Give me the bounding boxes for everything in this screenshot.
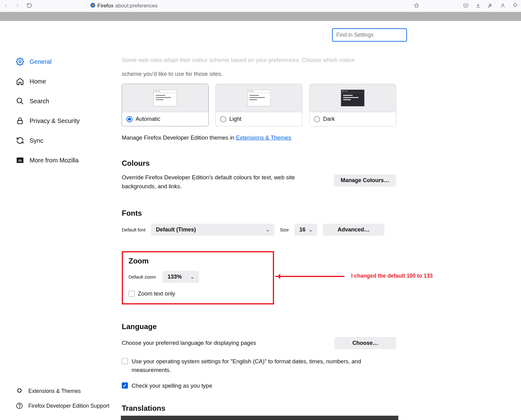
spellcheck-checkbox[interactable]	[122, 382, 128, 389]
scheme-light[interactable]: Light	[215, 84, 302, 126]
sidebar-item-label: Search	[30, 98, 49, 105]
sidebar-item-label: Extensions & Themes	[28, 388, 81, 394]
sidebar-item-label: Home	[30, 78, 46, 85]
search-icon	[16, 97, 24, 105]
sidebar-item-extensions[interactable]: Extensions & Themes	[0, 384, 122, 398]
scheme-label-text: Dark	[323, 116, 335, 122]
default-zoom-label: Default zoom	[129, 274, 156, 279]
chevron-down-icon	[266, 228, 269, 231]
section-translations: Translations	[122, 404, 396, 413]
toolbar-strip	[0, 12, 521, 21]
sidebar-item-label: Privacy & Security	[30, 117, 80, 124]
browser-chrome: Firefox about:preferences	[0, 0, 521, 12]
sidebar-item-home[interactable]: Home	[0, 71, 122, 91]
default-font-select[interactable]: Default (Times)	[151, 224, 274, 236]
star-icon[interactable]	[414, 3, 419, 9]
url-text: about:preferences	[115, 3, 158, 9]
appearance-desc-cut: Some web sites adapt their colour scheme…	[122, 56, 396, 65]
tools-icon[interactable]	[488, 3, 493, 9]
radio-icon	[314, 116, 320, 122]
sidebar-item-support[interactable]: Firefox Developer Edition Support	[0, 398, 122, 413]
section-fonts: Fonts	[122, 209, 396, 218]
search-placeholder: Find in Settings	[336, 32, 374, 38]
language-desc: Choose your preferred language for displ…	[122, 340, 256, 346]
address-bar[interactable]: Firefox about:preferences	[90, 2, 158, 10]
chevron-down-icon	[190, 275, 194, 279]
back-icon[interactable]	[3, 3, 9, 9]
radio-icon	[126, 116, 133, 122]
sync-icon	[16, 137, 24, 145]
annotation-arrow	[275, 276, 344, 277]
svg-point-2	[502, 4, 504, 6]
home-icon	[16, 77, 24, 85]
scheme-preview	[216, 84, 302, 112]
sidebar-item-general[interactable]: General	[0, 52, 122, 71]
annotation-text: I changed the default 100 to 133	[351, 273, 433, 279]
sidebar-item-privacy[interactable]: Privacy & Security	[0, 111, 122, 131]
sidebar-item-label: Sync	[30, 137, 43, 144]
radio-icon	[220, 116, 226, 122]
pocket-icon[interactable]	[463, 3, 469, 9]
themes-link[interactable]: Extensions & Themes	[236, 134, 291, 141]
svg-point-4	[17, 98, 22, 103]
scheme-label-text: Light	[229, 116, 241, 122]
extensions-icon[interactable]	[512, 3, 518, 9]
svg-rect-5	[18, 120, 22, 124]
scheme-preview	[310, 84, 396, 112]
sidebar-item-label: General	[30, 58, 51, 65]
appearance-desc: scheme you'd like to use for those sites…	[122, 70, 396, 79]
os-settings-label: Use your operating system settings for "…	[132, 357, 396, 375]
downloads-icon[interactable]	[475, 3, 481, 9]
manage-colours-button[interactable]: Manage Colours…	[334, 174, 396, 186]
section-colours: Colours	[122, 159, 396, 168]
mozilla-icon: m	[16, 156, 24, 164]
reload-icon[interactable]	[27, 3, 32, 9]
sidebar-item-sync[interactable]: Sync	[0, 131, 122, 150]
language-choose-button[interactable]: Choose…	[334, 337, 396, 349]
chevron-down-icon	[309, 228, 312, 231]
scheme-label-text: Automatic	[136, 116, 160, 122]
section-language: Language	[122, 322, 396, 331]
scheme-dark[interactable]: Dark	[309, 84, 396, 126]
spellcheck-label: Check your spelling as you type	[132, 381, 212, 390]
zoom-text-only-checkbox[interactable]	[129, 291, 135, 297]
font-size-select[interactable]: 16	[294, 224, 317, 236]
colours-desc: Override Firefox Developer Edition's def…	[122, 173, 316, 191]
content-pane: Find in Settings Some web sites adapt th…	[122, 21, 521, 420]
sidebar-item-search[interactable]: Search	[0, 91, 122, 111]
gear-icon	[16, 58, 24, 66]
puzzle-icon	[16, 388, 23, 394]
font-size-label: Size	[280, 227, 289, 232]
forward-icon[interactable]	[15, 3, 20, 9]
zoom-text-only-label: Zoom text only	[138, 290, 175, 297]
scheme-preview	[122, 84, 208, 112]
tab-label: Firefox	[97, 3, 113, 9]
lock-icon	[16, 117, 24, 125]
fonts-advanced-button[interactable]: Advanced…	[323, 224, 384, 236]
default-font-label: Default font	[122, 227, 146, 232]
scheme-automatic[interactable]: Automatic	[122, 84, 209, 126]
sidebar: General Home Search Privacy & Security S…	[0, 21, 122, 420]
bottom-scrollbar-shadow	[121, 416, 398, 420]
sidebar-item-label: Firefox Developer Edition Support	[28, 403, 109, 409]
help-icon	[16, 402, 23, 409]
default-zoom-select[interactable]: 133%	[162, 271, 199, 283]
themes-text: Manage Firefox Developer Edition themes …	[122, 134, 396, 141]
sidebar-item-label: More from Mozilla	[30, 157, 79, 164]
firefox-icon	[90, 2, 96, 10]
search-input[interactable]: Find in Settings	[332, 28, 407, 42]
svg-point-1	[92, 4, 94, 6]
section-zoom: Zoom	[129, 257, 267, 265]
account-icon[interactable]	[500, 3, 506, 9]
svg-point-9	[19, 407, 19, 407]
svg-text:m: m	[18, 158, 22, 163]
os-settings-checkbox[interactable]	[122, 358, 128, 364]
sidebar-item-more-mozilla[interactable]: m More from Mozilla	[0, 150, 122, 170]
svg-point-3	[19, 61, 21, 63]
zoom-highlight-box: Zoom Default zoom 133% Zoom text only I …	[122, 251, 274, 304]
